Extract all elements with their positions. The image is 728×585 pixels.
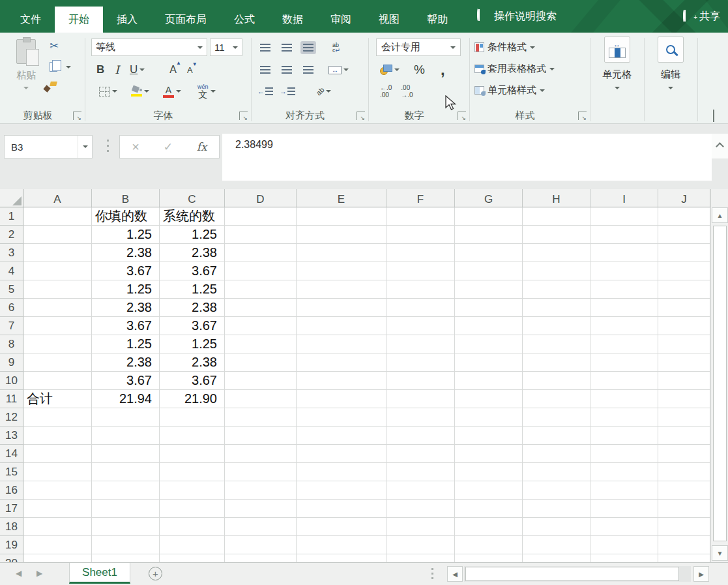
orientation-dropdown-arrow[interactable] — [326, 90, 331, 93]
cell-J11[interactable] — [658, 390, 710, 408]
cell-D3[interactable] — [225, 244, 297, 262]
cell-I2[interactable] — [590, 226, 658, 244]
orientation-button[interactable]: ab — [316, 87, 331, 95]
percent-style-button[interactable]: % — [414, 63, 425, 77]
cell-D8[interactable] — [225, 335, 297, 353]
cell-C3[interactable]: 2.38 — [160, 244, 225, 262]
cell-I15[interactable] — [590, 463, 658, 481]
cell-J1[interactable] — [658, 207, 710, 226]
cell-A11[interactable]: 合计 — [23, 390, 92, 408]
bold-button[interactable]: B — [96, 63, 104, 76]
cell-E16[interactable] — [297, 481, 386, 500]
row-header-14[interactable]: 14 — [0, 445, 23, 463]
conditional-formatting-dropdown-arrow[interactable] — [530, 46, 535, 49]
cell-B7[interactable]: 3.67 — [92, 317, 160, 335]
vertical-scroll-thumb[interactable] — [713, 226, 727, 541]
column-header-I[interactable]: I — [590, 189, 658, 207]
cell-G14[interactable] — [455, 445, 523, 463]
cell-I6[interactable] — [590, 299, 658, 317]
cell-G5[interactable] — [455, 280, 523, 299]
row-header-5[interactable]: 5 — [0, 280, 23, 299]
cell-D7[interactable] — [225, 317, 297, 335]
cell-F7[interactable] — [386, 317, 455, 335]
cell-F1[interactable] — [386, 207, 455, 226]
cell-B8[interactable]: 1.25 — [92, 335, 160, 353]
cell-C13[interactable] — [160, 427, 225, 445]
row-header-19[interactable]: 19 — [0, 536, 23, 554]
top-align-button[interactable] — [260, 44, 270, 52]
cell-A3[interactable] — [23, 244, 92, 262]
copy-button[interactable] — [50, 62, 71, 72]
cell-D16[interactable] — [225, 481, 297, 500]
cell-B1[interactable]: 你填的数 — [92, 207, 160, 226]
name-box-dropdown[interactable] — [78, 136, 92, 158]
shrink-font-button[interactable]: A▼ — [187, 65, 193, 75]
comma-style-button[interactable]: , — [441, 67, 445, 73]
tab-scroll-splitter[interactable] — [431, 568, 433, 580]
cell-B3[interactable]: 2.38 — [92, 244, 160, 262]
cell-H13[interactable] — [523, 427, 590, 445]
cell-A2[interactable] — [23, 226, 92, 244]
column-header-G[interactable]: G — [455, 189, 523, 207]
cell-E2[interactable] — [297, 226, 386, 244]
cell-D14[interactable] — [225, 445, 297, 463]
cell-G9[interactable] — [455, 353, 523, 372]
cell-C20[interactable] — [160, 554, 225, 562]
cell-H20[interactable] — [523, 554, 590, 562]
cell-J20[interactable] — [658, 554, 710, 562]
cell-H8[interactable] — [523, 335, 590, 353]
cell-I1[interactable] — [590, 207, 658, 226]
editing-dropdown-arrow[interactable] — [668, 87, 673, 89]
row-header-3[interactable]: 3 — [0, 244, 23, 262]
italic-button[interactable]: I — [115, 63, 119, 76]
cell-H14[interactable] — [523, 445, 590, 463]
cell-G17[interactable] — [455, 500, 523, 518]
paste-dropdown-arrow[interactable] — [23, 87, 29, 89]
cell-B16[interactable] — [92, 481, 160, 500]
cell-E19[interactable] — [297, 536, 386, 554]
row-header-10[interactable]: 10 — [0, 372, 23, 390]
cell-I14[interactable] — [590, 445, 658, 463]
cell-E14[interactable] — [297, 445, 386, 463]
cell-G7[interactable] — [455, 317, 523, 335]
cell-A19[interactable] — [23, 536, 92, 554]
cell-H2[interactable] — [523, 226, 590, 244]
cell-H15[interactable] — [523, 463, 590, 481]
cell-F12[interactable] — [386, 408, 455, 427]
cell-F9[interactable] — [386, 353, 455, 372]
tab-insert[interactable]: 插入 — [103, 7, 151, 33]
cell-C10[interactable]: 3.67 — [160, 372, 225, 390]
cell-G10[interactable] — [455, 372, 523, 390]
align-right-button[interactable] — [303, 66, 313, 74]
cell-G13[interactable] — [455, 427, 523, 445]
cell-F15[interactable] — [386, 463, 455, 481]
cell-G19[interactable] — [455, 536, 523, 554]
cell-B12[interactable] — [92, 408, 160, 427]
cell-D17[interactable] — [225, 500, 297, 518]
cell-E17[interactable] — [297, 500, 386, 518]
cell-F3[interactable] — [386, 244, 455, 262]
cell-J5[interactable] — [658, 280, 710, 299]
cell-E8[interactable] — [297, 335, 386, 353]
cell-I13[interactable] — [590, 427, 658, 445]
tab-help[interactable]: 帮助 — [413, 7, 461, 33]
cell-J3[interactable] — [658, 244, 710, 262]
cell-F19[interactable] — [386, 536, 455, 554]
cell-J4[interactable] — [658, 262, 710, 280]
cell-H4[interactable] — [523, 262, 590, 280]
cell-E12[interactable] — [297, 408, 386, 427]
cell-D1[interactable] — [225, 207, 297, 226]
decrease-decimal-button[interactable]: .00 →.0 — [401, 84, 413, 98]
cell-D19[interactable] — [225, 536, 297, 554]
cell-H11[interactable] — [523, 390, 590, 408]
cell-J19[interactable] — [658, 536, 710, 554]
alignment-dialog-launcher[interactable] — [357, 112, 365, 120]
select-all-corner[interactable] — [0, 189, 23, 207]
fill-color-button[interactable] — [131, 86, 149, 97]
row-header-12[interactable]: 12 — [0, 408, 23, 427]
cell-F20[interactable] — [386, 554, 455, 562]
cell-B13[interactable] — [92, 427, 160, 445]
cell-I16[interactable] — [590, 481, 658, 500]
row-header-4[interactable]: 4 — [0, 262, 23, 280]
cell-D20[interactable] — [225, 554, 297, 562]
